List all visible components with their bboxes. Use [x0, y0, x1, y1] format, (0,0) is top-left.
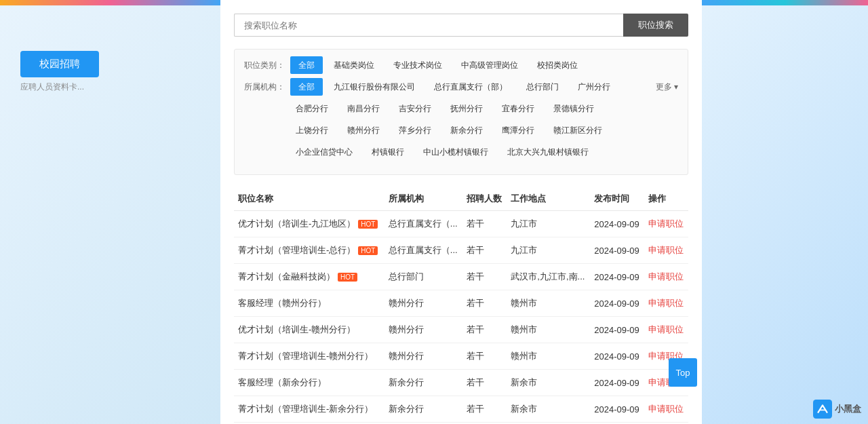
- org-cell: 新余分行: [384, 370, 463, 396]
- org-filter-tags-row3: 上饶分行赣州分行萍乡分行新余分行鹰潭分行赣江新区分行: [288, 121, 678, 139]
- type-filter-tag[interactable]: 专业技术岗位: [385, 56, 450, 74]
- watermark-label: 小黑盒: [835, 403, 861, 415]
- apply-link[interactable]: 申请职位: [648, 271, 684, 282]
- location-cell: 赣州市: [507, 290, 590, 317]
- action-cell: 申请职位: [644, 264, 688, 290]
- job-name: 菁才计划（管理培训生-总行）: [238, 245, 355, 255]
- org-filter-tag[interactable]: 广州分行: [570, 78, 618, 96]
- table-column-header: 工作地点: [507, 187, 590, 211]
- org-filter-tag[interactable]: 总行直属支行（部）: [426, 78, 515, 96]
- table-row: 菁才计划（管理培训生-赣州分行）赣州分行若干赣州市2024-09-09申请职位: [234, 343, 688, 370]
- table-column-header: 职位名称: [234, 187, 384, 211]
- type-filter-row: 职位类别： 全部基础类岗位专业技术岗位中高级管理岗位校招类岗位: [244, 56, 678, 74]
- org-filter-tag[interactable]: 九江银行股份有限公司: [326, 78, 423, 96]
- watermark: 小黑盒: [813, 400, 861, 419]
- date-cell: 2024-09-09: [590, 370, 644, 396]
- watermark-icon: [813, 400, 832, 419]
- location-cell: 武汉市,九江市,南...: [507, 264, 590, 290]
- apply-link[interactable]: 申请职位: [648, 245, 684, 255]
- back-to-top-button[interactable]: Top: [669, 358, 697, 387]
- hot-badge: HOT: [358, 246, 378, 255]
- table-column-header: 操作: [644, 187, 688, 211]
- type-filter-tag[interactable]: 基础类岗位: [326, 56, 382, 74]
- left-top-decoration: [0, 0, 220, 5]
- type-filter-tag[interactable]: 校招类岗位: [529, 56, 586, 74]
- job-name: 优才计划（培训生-赣州分行）: [238, 324, 355, 334]
- org-filter-label: 所属机构：: [244, 78, 285, 96]
- org-filter-tag[interactable]: 全部: [290, 78, 323, 96]
- table-row: 客服经理（新余分行）新余分行若干新余市2024-09-09申请职位: [234, 370, 688, 396]
- org-filter-tag[interactable]: 赣江新区分行: [545, 121, 610, 139]
- main-content: 职位搜索 职位类别： 全部基础类岗位专业技术岗位中高级管理岗位校招类岗位 所属机…: [220, 0, 702, 424]
- job-name: 客服经理（赣州分行）: [238, 298, 326, 308]
- type-filter-tag[interactable]: 中高级管理岗位: [453, 56, 526, 74]
- job-name-cell: 菁才计划（管理培训生-总行）HOT: [234, 237, 384, 264]
- org-filter-tag[interactable]: 上饶分行: [288, 121, 336, 139]
- org-filter-row4: 小企业信贷中心村镇银行中山小榄村镇银行北京大兴九银村镇银行: [288, 143, 678, 161]
- search-button[interactable]: 职位搜索: [623, 14, 688, 37]
- org-filter-tags-row4: 小企业信贷中心村镇银行中山小榄村镇银行北京大兴九银村镇银行: [288, 143, 678, 161]
- apply-link[interactable]: 申请职位: [648, 218, 684, 229]
- type-filter-tag[interactable]: 全部: [290, 56, 323, 74]
- org-filter-tag[interactable]: 赣州分行: [339, 121, 388, 139]
- job-name-cell: 优才计划（培训生-赣州分行）: [234, 317, 384, 343]
- job-name-cell: 优才计划（培训生-九江地区）HOT: [234, 211, 384, 237]
- table-column-header: 所属机构: [384, 187, 463, 211]
- table-body: 优才计划（培训生-九江地区）HOT总行直属支行（...若干九江市2024-09-…: [234, 211, 688, 425]
- location-cell: 九江市: [507, 211, 590, 237]
- action-cell: 申请职位: [644, 396, 688, 423]
- org-cell: 新余分行: [384, 396, 463, 423]
- org-filter-tag[interactable]: 村镇银行: [363, 143, 412, 161]
- org-filter-tag[interactable]: 中山小榄村镇银行: [415, 143, 496, 161]
- type-filter-tags: 全部基础类岗位专业技术岗位中高级管理岗位校招类岗位: [290, 56, 678, 74]
- right-panel: 小黑盒: [702, 0, 868, 424]
- job-name: 客服经理（新余分行）: [238, 377, 326, 387]
- campus-recruit-button[interactable]: 校园招聘: [20, 51, 99, 77]
- org-filter-tag[interactable]: 北京大兴九银村镇银行: [499, 143, 597, 161]
- table-row: 菁才计划（管理培训生-新余分行）新余分行若干新余市2024-09-09申请职位: [234, 396, 688, 423]
- table-column-header: 招聘人数: [462, 187, 507, 211]
- count-cell: 若干: [462, 343, 507, 370]
- location-cell: 九江市: [507, 237, 590, 264]
- org-filter-tag[interactable]: 总行部门: [518, 78, 567, 96]
- apply-link[interactable]: 申请职位: [648, 324, 684, 334]
- location-cell: 赣州市: [507, 317, 590, 343]
- apply-link[interactable]: 申请职位: [648, 404, 684, 414]
- date-cell: 2024-09-09: [590, 264, 644, 290]
- count-cell: 若干: [462, 290, 507, 317]
- apply-link[interactable]: 申请职位: [648, 298, 684, 308]
- date-cell: 2024-09-09: [590, 237, 644, 264]
- action-cell: 申请职位: [644, 290, 688, 317]
- svg-rect-0: [813, 400, 832, 419]
- org-cell: 总行直属支行（...: [384, 211, 463, 237]
- table-row: 优才计划（培训生-九江地区）HOT总行直属支行（...若干九江市2024-09-…: [234, 211, 688, 237]
- org-filter-tag[interactable]: 宜春分行: [494, 100, 542, 117]
- location-cell: 新余市: [507, 396, 590, 423]
- table-header-row: 职位名称所属机构招聘人数工作地点发布时间操作: [234, 187, 688, 211]
- org-filter-tag[interactable]: 吉安分行: [391, 100, 439, 117]
- org-filter-row3: 上饶分行赣州分行萍乡分行新余分行鹰潭分行赣江新区分行: [288, 121, 678, 139]
- org-more-button[interactable]: 更多 ▾: [656, 78, 678, 96]
- org-filter-tags-row1: 全部九江银行股份有限公司总行直属支行（部）总行部门广州分行: [290, 78, 656, 96]
- date-cell: 2024-09-09: [590, 343, 644, 370]
- org-filter-tag[interactable]: 鹰潭分行: [494, 121, 542, 139]
- org-filter-tag[interactable]: 南昌分行: [339, 100, 388, 117]
- date-cell: 2024-09-09: [590, 211, 644, 237]
- table-row: 客服经理（赣州分行）赣州分行若干赣州市2024-09-09申请职位: [234, 290, 688, 317]
- date-cell: 2024-09-09: [590, 290, 644, 317]
- applicant-text: 应聘人员资料卡...: [20, 81, 84, 93]
- count-cell: 若干: [462, 370, 507, 396]
- org-cell: 赣州分行: [384, 317, 463, 343]
- search-bar: 职位搜索: [234, 14, 688, 37]
- org-filter-tag[interactable]: 小企业信贷中心: [288, 143, 361, 161]
- org-filter-row1: 所属机构： 全部九江银行股份有限公司总行直属支行（部）总行部门广州分行 更多 ▾: [244, 78, 678, 96]
- action-cell: 申请职位: [644, 211, 688, 237]
- count-cell: 若干: [462, 317, 507, 343]
- search-input[interactable]: [234, 14, 623, 37]
- org-filter-tag[interactable]: 新余分行: [442, 121, 491, 139]
- location-cell: 赣州市: [507, 343, 590, 370]
- org-filter-tag[interactable]: 景德镇分行: [545, 100, 602, 117]
- org-filter-tag[interactable]: 合肥分行: [288, 100, 336, 117]
- org-filter-tag[interactable]: 抚州分行: [442, 100, 491, 117]
- org-filter-tag[interactable]: 萍乡分行: [391, 121, 439, 139]
